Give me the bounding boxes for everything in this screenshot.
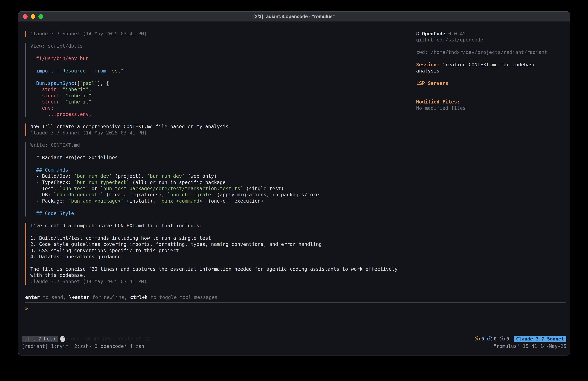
terminal-line: ## Commands [30, 167, 570, 173]
token: View: script/db.ts [30, 43, 83, 49]
status-bar: ctrl+? help Tokens: 16.4K (8%), Cost: $0… [22, 336, 566, 342]
token: , [89, 87, 91, 92]
token [106, 68, 109, 74]
token: (create migrations), [103, 192, 167, 198]
token: `bun test packages/core/test/transaction… [100, 186, 243, 191]
token: to send, [40, 294, 69, 300]
terminal-line: ## Code Style [30, 210, 570, 217]
token: "sst" [109, 68, 124, 74]
hint-icon: h [500, 336, 505, 341]
token: `bun add <package>` [68, 198, 124, 204]
info-icon: i [487, 336, 492, 341]
terminal-line [30, 260, 570, 266]
hint-icon: h0 [500, 336, 509, 342]
token: Now I'll create a comprehensive CONTEXT.… [30, 124, 231, 129]
terminal-line: # Radiant Project Guidelines [30, 155, 570, 161]
token: , [91, 99, 94, 105]
terminal-line: - Build/Dev: `bun run dev` (project), `b… [30, 173, 570, 179]
token: - TypeCheck: [30, 179, 74, 185]
terminal-line: - Package: `bun add <package>` (install)… [30, 198, 570, 204]
terminal-line: ...process.env, [30, 111, 570, 117]
token: (one-off execution) [205, 198, 264, 204]
terminal-line [30, 148, 570, 155]
token: : [60, 99, 65, 105]
token: 4. Database operations guidance [30, 254, 121, 259]
token: I've created a comprehensive CONTEXT.md … [30, 223, 202, 228]
token: for newline, [89, 294, 130, 300]
token: Bun [30, 80, 45, 86]
token: Resource [63, 68, 86, 74]
diagnostic-count: 0 [481, 336, 484, 342]
minimize-button[interactable] [31, 14, 35, 19]
token: , [89, 112, 91, 117]
token: or [89, 186, 100, 191]
terminal-line [416, 93, 570, 99]
token: OpenCode [422, 31, 445, 37]
terminal-line: - Test: `bun test` or `bun test packages… [30, 185, 570, 192]
token: `psql` [80, 80, 97, 86]
terminal-line [416, 74, 570, 80]
token: : [57, 87, 63, 92]
token: github.com/sst/opencode [416, 37, 483, 43]
terminal-line: with this codebase. [30, 272, 570, 278]
terminal-line: Write: CONTEXT.md [30, 142, 570, 148]
token: } [86, 68, 94, 74]
token: spawnSync [48, 80, 74, 86]
window-title: [2/3] radiant:3:opencode - "romulus" [253, 14, 335, 19]
warning-icon: W [475, 336, 480, 341]
titlebar[interactable]: [2/3] radiant:3:opencode - "romulus" [18, 12, 570, 22]
close-button[interactable] [23, 14, 28, 19]
terminal-line: Session: Creating CONTEXT.md for codebas… [416, 62, 570, 68]
terminal-line: 4. Database operations guidance [30, 254, 570, 260]
token: ## Code Style [30, 210, 74, 216]
token: from [94, 68, 106, 74]
token: - Package: [30, 198, 68, 204]
terminal-body: Claude 3.7 Sonnet (14 May 2025 03:41 PM)… [18, 22, 570, 355]
info-icon: i0 [487, 336, 497, 342]
diagnostic-count: 0 [506, 336, 509, 342]
terminal-line [30, 204, 570, 210]
help-badge[interactable]: ctrl+? help [22, 336, 58, 342]
terminal-line [416, 87, 570, 93]
terminal-line: Now I'll create a comprehensive CONTEXT.… [30, 124, 570, 130]
tmux-window-list[interactable]: [radiant] 1:nvim 2:zsh- 3:opencode* 4:zs… [22, 343, 144, 349]
terminal-line: enter to send, \+enter for newline, ctrl… [25, 294, 566, 300]
token: stdout [30, 93, 60, 98]
traffic-lights [23, 12, 43, 22]
terminal-line: 3. CSS styling conventions specific to t… [30, 247, 570, 254]
terminal-window: [2/3] radiant:3:opencode - "romulus" Cla… [18, 11, 570, 356]
token: The file is concise (20 lines) and captu… [30, 266, 398, 272]
diagnostics: W0i0h0 [475, 336, 509, 342]
terminal-line: github.com/sst/opencode [416, 37, 570, 43]
token: `bun db generate` [54, 192, 103, 198]
token: ; [124, 68, 126, 74]
terminal-line: - DB: `bun db generate` (create migratio… [30, 192, 570, 198]
token: "inherit" [63, 87, 89, 92]
token: to toggle tool messages [148, 294, 217, 300]
token: (web only) [185, 173, 217, 179]
tool-write-block: Write: CONTEXT.md # Radiant Project Guid… [25, 142, 570, 217]
tmux-status-bar: [radiant] 1:nvim 2:zsh- 3:opencode* 4:zs… [22, 343, 566, 349]
zoom-button[interactable] [38, 14, 43, 19]
terminal-line: No modified files [416, 105, 570, 111]
token: env [30, 105, 51, 111]
token: stdin [30, 87, 57, 92]
token: #!/usr/bin/env bun [30, 56, 89, 61]
terminal-line: LSP Servers [416, 80, 570, 86]
help-line: enter to send, \+enter for newline, ctrl… [25, 294, 566, 300]
token: ## Commands [30, 167, 68, 173]
prompt-line[interactable]: > [25, 306, 566, 312]
token: Claude 3.7 Sonnet (14 May 2025 03:41 PM) [30, 279, 147, 284]
token: Creating CONTEXT.md for codebase [440, 62, 536, 67]
token: 0.0.45 [445, 31, 466, 37]
token: with this codebase. [30, 272, 86, 278]
token: `bun test` [60, 186, 89, 191]
token: - Test: [30, 186, 60, 191]
tmux-session-info: "romulus" 15:41 14-May-25 [493, 343, 566, 349]
token: "inherit" [65, 93, 92, 98]
model-badge[interactable]: Claude 3.7 Sonnet [514, 336, 566, 342]
token: Modified Files: [416, 99, 460, 105]
terminal-line: I've created a comprehensive CONTEXT.md … [30, 223, 570, 229]
token: - DB: [30, 192, 54, 198]
token: (install), [124, 198, 159, 204]
